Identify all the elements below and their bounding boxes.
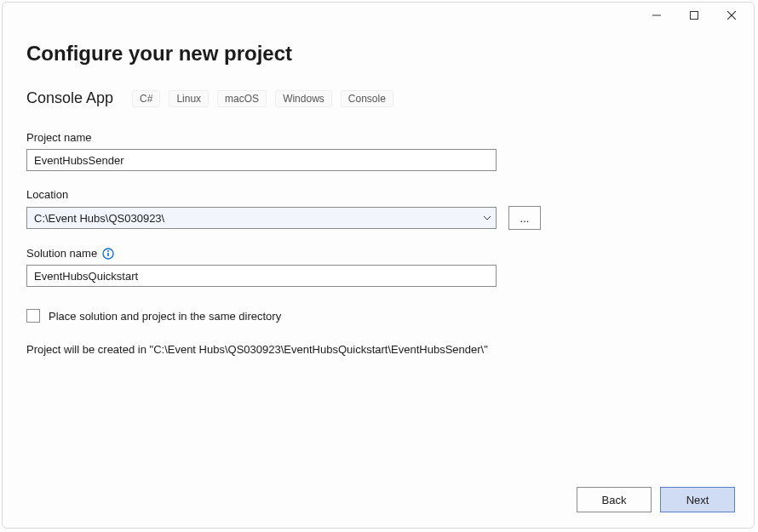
dialog-content: Configure your new project Console App C… xyxy=(3,28,754,528)
next-button[interactable]: Next xyxy=(660,487,735,512)
dialog-window: Configure your new project Console App C… xyxy=(2,2,755,529)
tag-csharp: C# xyxy=(132,90,160,107)
window-titlebar xyxy=(3,3,754,28)
svg-rect-6 xyxy=(107,253,109,256)
chevron-down-icon xyxy=(484,216,491,220)
dialog-footer: Back Next xyxy=(577,487,735,512)
tag-macos: macOS xyxy=(217,90,267,107)
svg-rect-1 xyxy=(691,12,698,20)
project-name-input[interactable] xyxy=(26,149,497,171)
solution-name-label: Solution name xyxy=(26,247,730,260)
solution-name-label-text: Solution name xyxy=(26,247,97,260)
minimize-icon xyxy=(652,11,661,20)
location-row: C:\Event Hubs\QS030923\ ... xyxy=(26,206,730,230)
browse-button[interactable]: ... xyxy=(508,206,541,230)
same-directory-row: Place solution and project in the same d… xyxy=(26,309,730,323)
page-title: Configure your new project xyxy=(26,42,730,66)
template-summary: Console App C# Linux macOS Windows Conso… xyxy=(26,89,730,107)
svg-point-5 xyxy=(107,250,109,252)
same-directory-label: Place solution and project in the same d… xyxy=(49,310,281,323)
creation-path-hint: Project will be created in "C:\Event Hub… xyxy=(26,343,730,356)
minimize-button[interactable] xyxy=(640,4,674,26)
solution-name-input[interactable] xyxy=(26,265,497,287)
location-label: Location xyxy=(26,188,730,201)
location-value: C:\Event Hubs\QS030923\ xyxy=(34,212,164,225)
location-combo[interactable]: C:\Event Hubs\QS030923\ xyxy=(26,207,497,229)
close-button[interactable] xyxy=(715,4,749,26)
info-icon[interactable] xyxy=(102,248,114,260)
back-button[interactable]: Back xyxy=(577,487,652,512)
maximize-icon xyxy=(690,11,698,20)
same-directory-checkbox[interactable] xyxy=(26,309,40,323)
close-icon xyxy=(727,11,736,20)
tag-console: Console xyxy=(341,90,393,107)
tag-linux: Linux xyxy=(169,90,209,107)
project-name-label: Project name xyxy=(26,131,730,144)
tag-windows: Windows xyxy=(275,90,332,107)
maximize-button[interactable] xyxy=(677,4,711,26)
template-name: Console App xyxy=(26,89,113,107)
